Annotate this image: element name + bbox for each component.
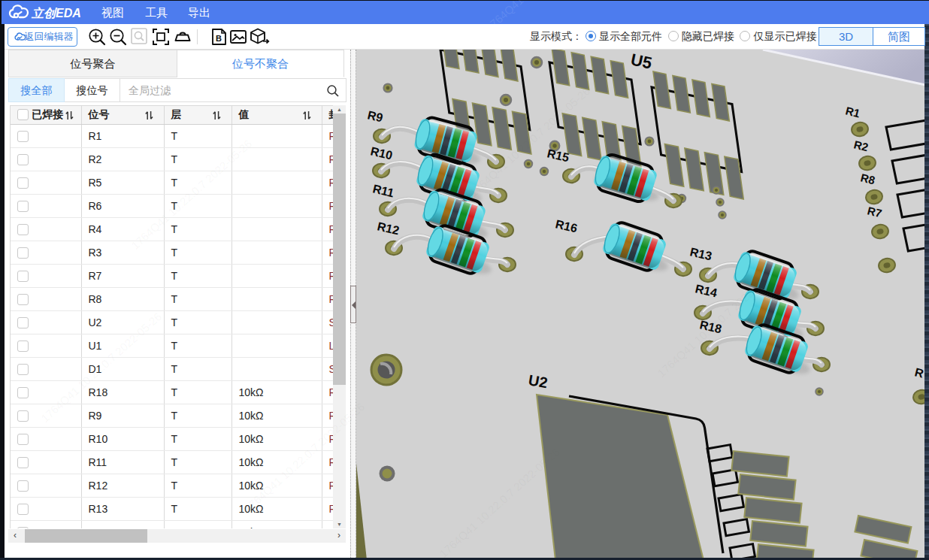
svg-text:U2: U2: [527, 371, 549, 391]
svg-text:B: B: [216, 34, 222, 43]
